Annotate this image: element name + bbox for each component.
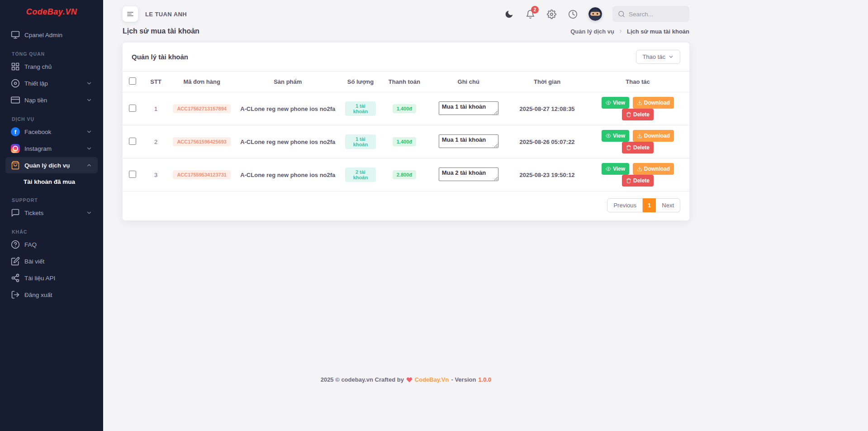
select-all-checkbox[interactable] — [129, 77, 136, 85]
table-row: 2 ACC17561596425693 A-CLone reg new phon… — [123, 125, 689, 158]
trash-icon — [626, 178, 631, 183]
eye-icon — [606, 166, 611, 172]
download-icon — [637, 100, 642, 105]
sidebar-item-trang-chu[interactable]: Trang chủ — [5, 58, 98, 75]
search-input[interactable] — [629, 11, 684, 18]
brand-logo-text: CodeBay.VN — [26, 7, 77, 16]
column-header-product: Sản phẩm — [234, 72, 342, 92]
product-name: A-CLone reg new phone ios no2fa — [234, 92, 342, 125]
download-button[interactable]: Download — [633, 130, 674, 142]
order-code-badge: ACC17562713157894 — [173, 104, 230, 113]
message-icon — [11, 208, 20, 217]
disc-icon — [11, 79, 20, 88]
row-checkbox[interactable] — [129, 138, 136, 145]
note-textarea[interactable] — [439, 134, 498, 148]
help-circle-icon — [11, 240, 20, 249]
quantity-badge: 1 tài khoản — [345, 134, 376, 149]
chevron-down-icon — [86, 80, 92, 86]
note-textarea[interactable] — [439, 168, 498, 181]
sidebar-item-label: Quản lý dịch vụ — [24, 162, 70, 169]
download-icon — [637, 133, 642, 139]
delete-button[interactable]: Delete — [622, 175, 654, 187]
edit-icon — [11, 257, 20, 266]
row-checkbox[interactable] — [129, 171, 136, 178]
footer-brand-link[interactable]: CodeBay.Vn — [415, 376, 449, 383]
notifications-button[interactable]: 2 — [525, 9, 536, 19]
quantity-badge: 1 tài khoản — [345, 101, 376, 116]
sidebar-item-tickets[interactable]: Tickets — [5, 205, 98, 221]
page-title: Lịch sử mua tài khoản — [123, 27, 199, 35]
purchase-history-table: STT Mã đơn hàng Sản phẩm Số lượng Thanh … — [123, 71, 689, 192]
time-text: 2025-08-23 19:50:12 — [508, 158, 586, 192]
download-button[interactable]: Download — [633, 97, 674, 109]
breadcrumb-parent-link[interactable]: Quản lý dịch vụ — [570, 28, 614, 35]
sidebar-item-dang-xuat[interactable]: Đăng xuất — [5, 287, 98, 303]
sidebar-item-label: Facebook — [24, 129, 51, 135]
page-1-button[interactable]: 1 — [643, 198, 656, 212]
main-content: LE TUAN ANH 2 — [103, 0, 709, 431]
chevron-up-icon — [86, 162, 92, 168]
brand-logo[interactable]: CodeBay.VN — [0, 0, 103, 20]
notification-count-badge: 2 — [531, 6, 539, 14]
footer-version-number: 1.0.0 — [478, 376, 491, 383]
view-button[interactable]: View — [602, 97, 629, 109]
download-icon — [637, 166, 642, 172]
heart-icon — [406, 377, 413, 383]
quantity-badge: 2 tài khoản — [345, 168, 376, 182]
chevron-right-icon — [618, 29, 623, 34]
sidebar-item-quan-ly-dich-vu[interactable]: Quản lý dịch vụ — [5, 157, 98, 173]
sidebar-item-tai-lieu-api[interactable]: Tài liệu API — [5, 270, 98, 286]
trash-icon — [626, 112, 631, 117]
shopping-bag-icon — [11, 161, 20, 170]
product-name: A-CLone reg new phone ios no2fa — [234, 125, 342, 158]
sidebar-item-instagram[interactable]: Instagram — [5, 140, 98, 157]
breadcrumb: Quản lý dịch vụ Lịch sử mua tài khoản — [570, 28, 689, 35]
table-body: 1 ACC17562713157894 A-CLone reg new phon… — [123, 92, 689, 192]
menu-toggle-button[interactable] — [123, 6, 138, 22]
sidebar-item-nap-tien[interactable]: Nạp tiền — [5, 92, 98, 108]
view-button[interactable]: View — [602, 130, 629, 142]
bulk-actions-dropdown[interactable]: Thao tác — [636, 50, 680, 64]
history-button[interactable] — [567, 9, 578, 19]
chevron-down-icon — [86, 97, 92, 103]
settings-button[interactable] — [546, 9, 557, 19]
footer: 2025 © codebay.vn Crafted by CodeBay.Vn … — [123, 376, 689, 383]
top-header: LE TUAN ANH 2 — [123, 5, 689, 23]
search-box — [612, 6, 689, 22]
sidebar-item-thiet-lap[interactable]: Thiết lập — [5, 75, 98, 91]
sidebar-item-cpanel-admin[interactable]: Cpanel Admin — [5, 27, 98, 43]
sidebar: CodeBay.VN Cpanel Admin Tổng quan Trang … — [0, 0, 103, 431]
clock-icon — [568, 10, 578, 19]
sidebar-item-bai-viet[interactable]: Bài viết — [5, 253, 98, 269]
accounts-card: Quản lý tài khoản Thao tác STT Mã đơn hà… — [123, 43, 689, 220]
delete-button[interactable]: Delete — [622, 109, 654, 120]
table-row: 1 ACC17562713157894 A-CLone reg new phon… — [123, 92, 689, 125]
view-button[interactable]: View — [602, 163, 629, 175]
user-avatar[interactable] — [588, 7, 602, 21]
next-page-button[interactable]: Next — [656, 198, 680, 212]
payment-badge: 2.800đ — [393, 170, 416, 179]
row-checkbox[interactable] — [129, 105, 136, 112]
monitor-icon — [11, 30, 20, 39]
chevron-down-icon — [668, 54, 674, 60]
column-header-quantity: Số lượng — [342, 72, 380, 92]
previous-page-button[interactable]: Previous — [607, 198, 643, 212]
credit-card-icon — [11, 96, 20, 105]
dark-mode-toggle[interactable] — [503, 9, 514, 19]
table-header-row: STT Mã đơn hàng Sản phẩm Số lượng Thanh … — [123, 72, 689, 92]
search-icon — [618, 10, 625, 18]
sidebar-item-faq[interactable]: FAQ — [5, 236, 98, 253]
sidebar-item-label: Trang chủ — [24, 63, 52, 70]
stt-cell: 2 — [142, 125, 170, 158]
payment-badge: 1.400đ — [393, 104, 416, 113]
sidebar-item-label: Tài khoản đã mua — [24, 178, 75, 185]
delete-button[interactable]: Delete — [622, 142, 654, 153]
download-button[interactable]: Download — [633, 163, 674, 175]
sidebar-item-label: Tickets — [24, 210, 43, 216]
sidebar-item-label: FAQ — [24, 241, 37, 248]
note-textarea[interactable] — [439, 101, 498, 115]
sidebar-section-khac: Khác — [12, 229, 91, 235]
sidebar-item-facebook[interactable]: Facebook — [5, 124, 98, 140]
sidebar-item-tai-khoan-da-mua[interactable]: Tài khoản đã mua — [5, 174, 98, 189]
grid-icon — [11, 62, 20, 71]
